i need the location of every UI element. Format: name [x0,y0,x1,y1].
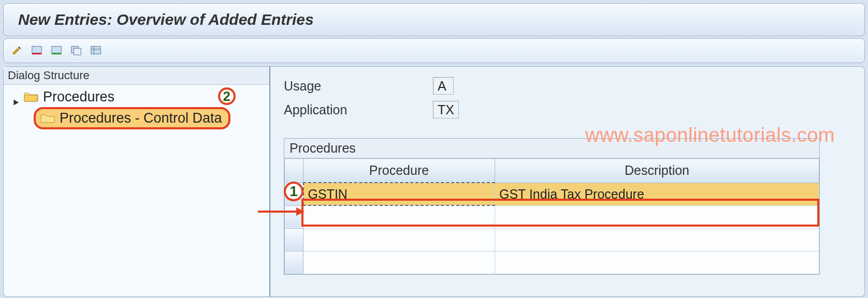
toolbar-add-row-button[interactable] [49,43,64,58]
form-row-usage: Usage A [284,77,864,95]
folder-open-icon [23,91,39,103]
tree-body: Procedures Procedures - Control Data 2 [4,85,269,133]
table-row[interactable] [285,205,819,228]
svg-rect-3 [52,53,61,54]
collapse-icon[interactable] [13,94,20,101]
form-row-application: Application TX [284,101,864,118]
annotation-step-1: 1 [284,182,303,201]
procedure-cell[interactable]: GSTIN [303,183,495,205]
procedures-grid: Procedure Description GSTIN GST India Ta… [284,158,819,274]
svg-rect-5 [74,48,81,55]
grid-description-header[interactable]: Description [495,159,819,183]
table-plus-icon [51,44,62,57]
description-cell-value: GST India Tax Procedure [499,187,644,201]
procedures-grid-container: Procedures Procedure Description GSTIN G… [284,138,820,275]
dialog-structure-panel: Dialog Structure Procedures Procedures -… [3,66,270,297]
table-row[interactable]: GSTIN GST India Tax Procedure [285,183,819,205]
description-cell[interactable] [495,205,819,228]
description-cell[interactable] [495,228,819,251]
tree-node-control-data-label: Procedures - Control Data [60,110,222,126]
procedure-cell-value: GSTIN [308,187,348,201]
page-title-text: New Entries: Overview of Added Entries [18,11,314,28]
svg-rect-0 [32,46,41,53]
application-field[interactable]: TX [433,101,459,118]
row-selector[interactable] [285,228,303,251]
usage-value: A [438,79,446,94]
tree-header: Dialog Structure [4,67,269,85]
table-row[interactable] [285,251,819,274]
table-row[interactable] [285,228,819,251]
procedure-cell[interactable] [303,251,495,274]
tree-node-procedures-label: Procedures [43,89,114,105]
table-copy-icon [70,44,82,57]
tree-node-control-data-wrapper: Procedures - Control Data 2 [4,106,269,130]
annotation-arrow-icon [258,206,305,219]
tree-node-control-data[interactable]: Procedures - Control Data 2 [34,107,230,129]
toolbar-copy-button[interactable] [69,43,83,58]
folder-icon [40,112,55,125]
procedure-cell[interactable] [303,228,495,251]
svg-rect-2 [52,46,61,53]
toolbar-config-button[interactable] [89,43,103,58]
toolbar-delete-row-button[interactable] [30,43,44,58]
pencil-icon [11,44,23,57]
grid-title: Procedures [284,139,819,158]
usage-label: Usage [284,79,433,94]
usage-field[interactable]: A [433,77,454,95]
application-value: TX [438,102,454,117]
table-minus-icon [31,44,42,57]
svg-rect-1 [32,53,41,54]
grid-selector-header[interactable] [285,159,303,183]
description-cell[interactable]: GST India Tax Procedure [495,183,819,205]
grid-procedure-header[interactable]: Procedure [303,159,495,183]
toolbar [3,38,865,63]
content-panel: Usage A Application TX Procedures Proced… [270,66,865,297]
row-selector[interactable] [285,251,303,274]
annotation-step-2: 2 [218,87,236,105]
application-label: Application [284,102,433,117]
toolbar-edit-button[interactable] [10,43,24,58]
table-config-icon [90,44,102,57]
main-split: Dialog Structure Procedures Procedures -… [3,66,865,297]
svg-rect-6 [91,46,100,54]
page-title: New Entries: Overview of Added Entries [3,3,865,36]
procedure-cell[interactable] [303,205,495,228]
description-cell[interactable] [495,251,819,274]
